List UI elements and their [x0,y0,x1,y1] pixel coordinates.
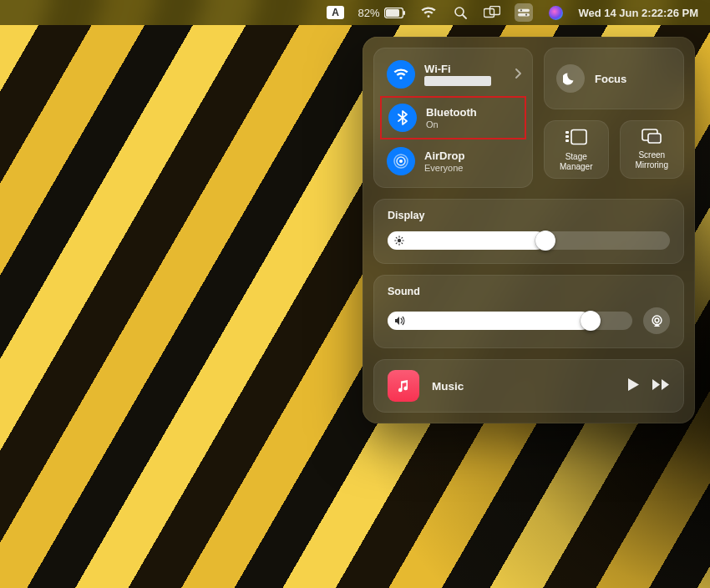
svg-line-27 [396,243,397,244]
bluetooth-toggle[interactable]: Bluetooth On [380,96,526,139]
stage-manager-label: StageManager [560,152,592,172]
siri-icon[interactable] [546,3,565,22]
svg-line-4 [463,15,466,18]
svg-rect-9 [518,13,530,17]
airdrop-status: Everyone [424,163,464,173]
svg-rect-2 [403,11,405,15]
connectivity-tile: Wi-Fi Bluetooth On [373,48,533,188]
wifi-icon [387,60,415,89]
sound-slider[interactable] [388,312,632,330]
display-tile: Display [373,199,684,264]
bluetooth-title: Bluetooth [426,106,477,119]
now-playing-tile[interactable]: Music [373,359,684,413]
display-slider[interactable] [388,231,670,250]
stage-manager-icon [565,129,587,148]
airplay-icon [650,314,664,328]
svg-rect-16 [565,139,569,142]
screen-mirroring-button[interactable]: ScreenMirroring [620,120,685,179]
screen-mirroring-icon [642,129,662,146]
focus-toggle[interactable]: Focus [544,48,684,109]
wifi-network-redacted [424,76,491,86]
chevron-right-icon[interactable] [515,67,521,82]
sound-tile: Sound [373,275,684,348]
svg-point-10 [525,13,527,15]
airdrop-toggle[interactable]: AirDrop Everyone [380,141,526,181]
svg-rect-6 [490,7,500,15]
display-title: Display [388,210,670,221]
svg-rect-17 [571,130,586,144]
svg-rect-7 [518,9,530,13]
svg-point-11 [399,160,403,163]
svg-rect-5 [484,9,494,18]
svg-line-26 [402,243,403,244]
bluetooth-icon [388,104,417,132]
battery-icon [384,8,406,18]
svg-rect-14 [565,131,569,134]
svg-point-30 [655,318,659,322]
moon-icon [556,64,585,93]
spotlight-icon[interactable] [451,3,469,22]
bluetooth-status: On [426,119,477,129]
svg-rect-19 [648,134,661,143]
airdrop-title: AirDrop [424,150,464,162]
wifi-title: Wi-Fi [424,63,491,75]
sound-title: Sound [388,286,670,297]
svg-rect-15 [565,135,569,138]
svg-line-25 [396,237,397,238]
music-app-icon [388,370,419,402]
svg-point-8 [520,9,522,11]
next-track-button[interactable] [652,378,670,394]
brightness-icon [394,236,404,246]
datetime-label[interactable]: Wed 14 Jun 2:22:26 PM [578,7,698,19]
svg-point-20 [398,239,401,242]
battery-status[interactable]: 82% [358,7,406,19]
focus-title: Focus [595,73,626,85]
input-source-indicator[interactable]: A [327,6,344,19]
control-center-icon[interactable] [515,3,533,22]
airdrop-icon [387,147,415,175]
now-playing-title: Music [432,380,615,393]
stage-manager-button[interactable]: StageManager [544,120,609,179]
airplay-audio-button[interactable] [643,307,670,334]
mission-control-icon[interactable] [483,3,501,22]
desktop: A 82% Wed 14 Jun [0,0,710,588]
wifi-icon[interactable] [419,3,438,22]
control-center-panel: Wi-Fi Bluetooth On [363,37,695,423]
play-button[interactable] [627,378,640,395]
wifi-toggle[interactable]: Wi-Fi [380,54,526,94]
menubar: A 82% Wed 14 Jun [0,0,710,25]
screen-mirroring-label: ScreenMirroring [636,150,668,170]
svg-line-28 [402,237,403,238]
svg-rect-1 [386,9,399,17]
battery-percent-label: 82% [358,7,379,19]
speaker-icon [394,316,406,326]
